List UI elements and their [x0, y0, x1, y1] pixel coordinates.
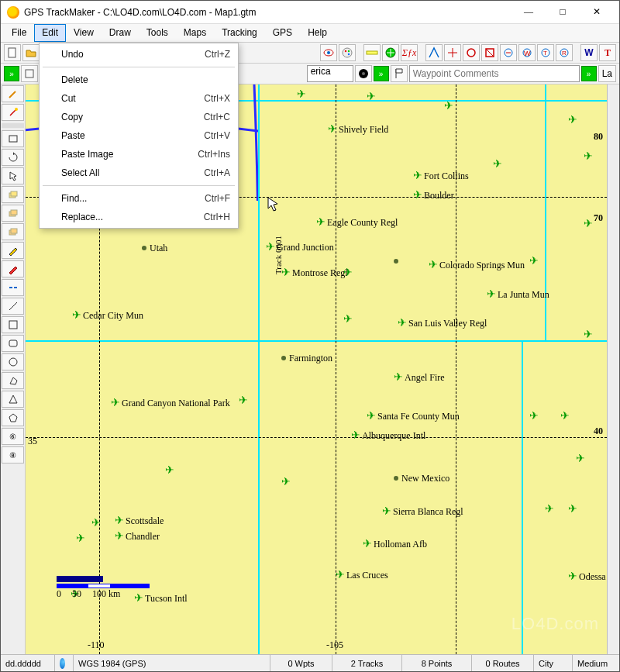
menu-view[interactable]: View [66, 24, 102, 42]
tool-layers1[interactable] [2, 186, 24, 203]
tool-break[interactable] [2, 279, 24, 296]
wp-lascruces[interactable]: ✈Las Cruces [336, 569, 388, 580]
wp-albuquerque[interactable]: ✈Albuquerque Intl [351, 429, 425, 440]
tool-pointer[interactable] [2, 167, 24, 184]
wp-eagle[interactable]: ✈Eagle County Regl [316, 216, 398, 227]
wp-anon[interactable]: ✈ [91, 517, 101, 528]
waypoint-style-button[interactable]: W [580, 44, 598, 61]
wp-odessa[interactable]: ✈Odessa [568, 570, 606, 581]
wp-anon[interactable]: ✈ [545, 503, 554, 514]
wp-sierra[interactable]: ✈Sierra Blanca Regl [382, 505, 463, 516]
edit-paste-image[interactable]: Paste ImageCtrl+Ins [40, 145, 238, 164]
tool-g[interactable]: T [537, 44, 554, 61]
tool-f[interactable]: W [518, 44, 536, 61]
tool-eight[interactable]: ⑧ [2, 446, 24, 464]
wp-sanluis[interactable]: ✈San Luis Valley Regl [398, 317, 487, 328]
wp-anon[interactable]: ✈ [584, 329, 593, 339]
region-field-tail[interactable]: erica [307, 65, 353, 82]
palette-button[interactable] [339, 44, 356, 61]
open-file-button[interactable] [22, 44, 40, 61]
tool-rect[interactable] [2, 130, 24, 147]
edit-find[interactable]: Find...Ctrl+F [40, 189, 238, 208]
wp-lajunta[interactable]: ✈La Junta Mun [487, 288, 549, 299]
stats-button[interactable]: Σƒx [401, 44, 418, 61]
ruler-button[interactable] [363, 44, 381, 61]
wp-anon[interactable]: ✈ [343, 313, 353, 324]
menu-file[interactable]: File [4, 24, 34, 42]
wp-montrose[interactable]: ✈Montrose Regl [281, 267, 348, 277]
tool-roundrect[interactable] [2, 335, 24, 352]
wp-anon[interactable]: ✈ [584, 150, 593, 161]
wp-anon[interactable]: ✈ [584, 218, 593, 229]
wp-anon[interactable]: ✈ [239, 395, 248, 405]
menu-maps[interactable]: Maps [176, 24, 214, 42]
wp-angelfire[interactable]: ✈Angel Fire [394, 371, 445, 382]
menu-tools[interactable]: Tools [139, 24, 176, 42]
tool-wand[interactable] [2, 104, 24, 121]
wp-scottsdale[interactable]: ✈Scottsdale [115, 515, 164, 526]
wp-anon[interactable]: ✈ [529, 410, 539, 421]
menu-gps[interactable]: GPS [265, 24, 300, 42]
wp-anon[interactable]: ✈ [576, 453, 585, 464]
tool-d[interactable] [481, 44, 498, 61]
tool-polygon[interactable] [2, 372, 24, 389]
minimize-button[interactable]: — [512, 2, 545, 23]
tool-pencil-red[interactable] [2, 260, 24, 277]
tool-h[interactable]: R [556, 44, 573, 61]
square-tool[interactable] [21, 65, 38, 82]
tool-layers3[interactable] [2, 223, 24, 240]
wp-cedar[interactable]: ✈Cedar City Mun [72, 309, 143, 320]
edit-delete[interactable]: Delete [40, 71, 238, 89]
tool-b[interactable] [444, 44, 461, 61]
vertical-scrollbar[interactable] [607, 84, 619, 654]
wp-anon[interactable]: ✈ [568, 114, 577, 125]
wp-cosprings[interactable]: ✈Colorado Springs Mun [429, 259, 525, 270]
dot-newmexico[interactable]: New Mexico [394, 476, 398, 481]
wp-grandcanyon[interactable]: ✈Grand Canyon National Park [111, 397, 230, 408]
tool-a[interactable] [425, 44, 443, 61]
wp-anon[interactable]: ✈ [165, 464, 174, 475]
new-file-button[interactable] [4, 44, 21, 61]
wp-anon[interactable]: ✈ [568, 503, 577, 514]
compass-button[interactable] [382, 44, 399, 61]
expand-right-button[interactable]: » [581, 66, 597, 81]
text-style-button[interactable]: T [599, 44, 616, 61]
tool-c[interactable] [463, 44, 480, 61]
wp-boulder[interactable]: ✈Boulder [413, 189, 454, 200]
wp-santafe[interactable]: ✈Santa Fe County Mun [367, 410, 460, 421]
dot-anon[interactable] [394, 259, 398, 264]
tool-layers2[interactable] [2, 205, 24, 222]
edit-replace[interactable]: Replace...Ctrl+H [40, 208, 238, 226]
edit-copy[interactable]: CopyCtrl+C [40, 108, 238, 126]
edit-select-all[interactable]: Select AllCtrl+A [40, 164, 238, 182]
flag-button[interactable] [391, 65, 408, 82]
wp-fortcollins[interactable]: ✈Fort Collins [413, 170, 469, 181]
wp-anon[interactable]: ✈ [444, 100, 453, 111]
tool-rotate[interactable] [2, 149, 24, 166]
waypoint-comments-input[interactable] [409, 65, 580, 82]
wp-anon[interactable]: ✈ [297, 88, 306, 99]
label-right-button[interactable]: La [598, 65, 616, 82]
tool-pentagon[interactable] [2, 409, 24, 426]
edit-paste[interactable]: PasteCtrl+V [40, 126, 238, 145]
tool-e[interactable] [500, 44, 517, 61]
tool-triangle[interactable] [2, 391, 24, 408]
wp-anon[interactable]: ✈ [560, 410, 570, 421]
close-button[interactable]: ✕ [580, 2, 613, 23]
wp-anon[interactable]: ✈ [493, 158, 502, 169]
maximize-button[interactable]: □ [546, 2, 579, 23]
wp-anon[interactable]: ✈ [76, 532, 85, 543]
expand-mid-button[interactable]: » [374, 66, 389, 81]
wp-anon[interactable]: ✈ [529, 255, 539, 266]
dot-farmington[interactable]: Farmington [281, 356, 286, 360]
tool-circle[interactable] [2, 353, 24, 370]
edit-undo[interactable]: UndoCtrl+Z [40, 45, 238, 64]
wp-shively[interactable]: ✈Shively Field [328, 123, 388, 134]
dot-utah[interactable]: Utah [142, 246, 146, 250]
tool-line[interactable] [2, 298, 24, 315]
menu-edit[interactable]: Edit [34, 24, 66, 42]
menu-draw[interactable]: Draw [102, 24, 139, 42]
wp-anon[interactable]: ✈ [281, 476, 291, 487]
eye-button[interactable] [320, 44, 337, 61]
menu-tracking[interactable]: Tracking [214, 24, 265, 42]
